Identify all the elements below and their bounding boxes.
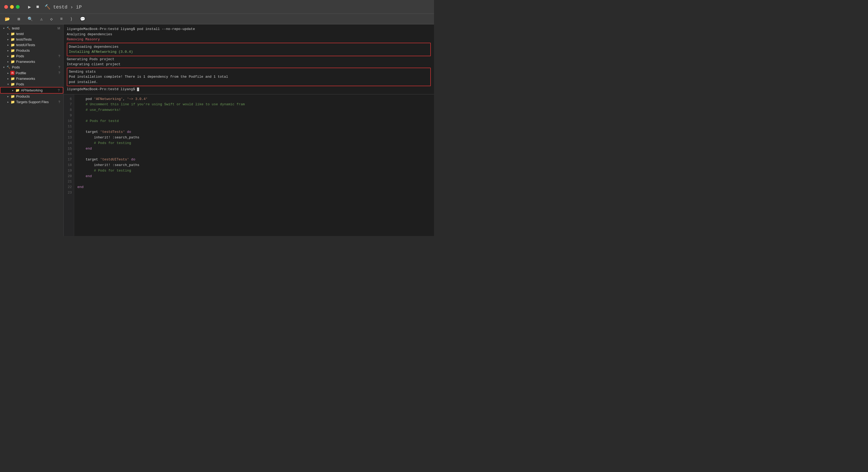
badge: M xyxy=(58,27,61,30)
line-number: 17 xyxy=(64,157,74,163)
term-line-cmd: liyangdeMacBook-Pro:testd liyang$ pod in… xyxy=(67,27,431,32)
line-number: 18 xyxy=(64,163,74,168)
chevron-icon xyxy=(6,49,9,52)
code-line: # use_frameworks! xyxy=(78,108,431,113)
titlebar: ▶ ■ 🔨 testd › iP xyxy=(0,0,434,14)
code-line: # Uncomment this line if you're using Sw… xyxy=(78,102,431,108)
sidebar-item-label: testdUITests xyxy=(16,43,35,47)
line-number: 11 xyxy=(64,124,74,129)
sidebar-item-Frameworks-1[interactable]: Frameworks xyxy=(0,59,63,64)
sidebar-item-testdTests[interactable]: testdTests xyxy=(0,37,63,42)
sidebar-item-label: Pods xyxy=(16,82,24,86)
sidebar-item-testd-folder[interactable]: testd xyxy=(0,31,63,37)
line-number: 7 xyxy=(64,102,74,108)
code-line xyxy=(78,190,431,196)
chevron-icon xyxy=(6,83,9,86)
second-toolbar: 📂 ⊞ 🔍 ⚠ ◇ ≡ ⟩ 💬 xyxy=(0,14,434,24)
sidebar-item-Frameworks-2[interactable]: Frameworks xyxy=(0,76,63,81)
hierarchy-icon[interactable]: ⊞ xyxy=(16,16,22,23)
folder-icon xyxy=(10,83,15,86)
warning-icon[interactable]: ⚠ xyxy=(39,16,44,23)
sidebar-item-label: Frameworks xyxy=(16,77,35,81)
sidebar-item-label: Products xyxy=(16,94,30,98)
cursor xyxy=(137,88,139,91)
chevron-icon xyxy=(6,55,9,58)
folder-icon xyxy=(10,54,15,58)
code-line xyxy=(78,113,431,119)
term-line-integrating: Integrating client project xyxy=(67,62,431,67)
sidebar-item-label: Pods xyxy=(16,54,24,58)
term-box-downloading: Downloading dependencies Installing AFNe… xyxy=(67,43,431,56)
line-number: 16 xyxy=(64,151,74,157)
code-editor[interactable]: 67891011121314151617181920212223 pod 'AF… xyxy=(64,94,434,236)
code-line xyxy=(78,151,431,157)
chevron-icon xyxy=(6,32,9,35)
sidebar-item-label: Targets Support Files xyxy=(16,100,49,104)
term-line-generating: Generating Pods project xyxy=(67,57,431,62)
sidebar-item-Pods-root[interactable]: Pods? xyxy=(0,53,63,59)
maximize-button[interactable] xyxy=(16,5,20,9)
tag-icon[interactable]: ⟩ xyxy=(69,16,74,23)
scheme-selector[interactable]: 🔨 testd › iP xyxy=(44,4,82,10)
sidebar-item-AFNetworking[interactable]: AFNetworking? xyxy=(0,87,63,94)
stop-button[interactable]: ■ xyxy=(36,4,39,9)
code-content[interactable]: pod 'AFNetworking', '~> 3.0.4' # Uncomme… xyxy=(74,94,434,236)
folder-icon xyxy=(10,95,15,98)
folder-icon xyxy=(10,38,15,41)
line-number: 22 xyxy=(64,184,74,190)
line-number: 8 xyxy=(64,108,74,113)
term-box-complete: Sending stats Pod installation complete!… xyxy=(67,68,431,86)
code-line: # Pods for testing xyxy=(78,141,431,146)
sidebar-item-testd-root[interactable]: testdM xyxy=(0,26,63,31)
toolbar-icons: ▶ ■ 🔨 testd › iP xyxy=(28,4,82,10)
sidebar-item-TargetSupportFiles[interactable]: Targets Support Files? xyxy=(0,99,63,105)
folder-icon xyxy=(10,100,15,104)
folder-icon xyxy=(10,32,15,36)
sidebar-item-Products-1[interactable]: Products xyxy=(0,48,63,53)
code-line: inherit! :search_paths xyxy=(78,135,431,141)
line-number: 19 xyxy=(64,168,74,174)
line-number: 13 xyxy=(64,135,74,141)
line-number: 14 xyxy=(64,141,74,146)
line-number: 20 xyxy=(64,174,74,179)
line-number: 21 xyxy=(64,179,74,184)
folder-icon xyxy=(10,77,15,81)
term-line-complete: Pod installation complete! There is 1 de… xyxy=(69,74,429,80)
code-line: inherit! :search_paths xyxy=(78,163,431,168)
chevron-icon xyxy=(2,27,5,30)
bookmark-icon[interactable]: ◇ xyxy=(49,16,54,23)
sidebar-item-label: testdTests xyxy=(16,37,32,41)
code-line: end xyxy=(78,184,431,190)
code-line: # Pods for testd xyxy=(78,119,431,124)
code-line: end xyxy=(78,146,431,152)
sidebar-item-label: testd xyxy=(16,32,24,36)
play-button[interactable]: ▶ xyxy=(28,4,31,10)
code-line: target 'testdTests' do xyxy=(78,129,431,135)
line-number: 23 xyxy=(64,190,74,196)
sidebar-item-Podfile[interactable]: rbPodfile? xyxy=(0,70,63,76)
list-icon[interactable]: ≡ xyxy=(59,16,64,23)
chevron-icon xyxy=(6,100,9,104)
close-button[interactable] xyxy=(4,5,8,9)
line-numbers: 67891011121314151617181920212223 xyxy=(64,94,74,236)
code-line: end xyxy=(78,174,431,179)
file-browser-icon[interactable]: 📂 xyxy=(3,16,12,23)
chevron-icon xyxy=(6,60,9,63)
terminal: liyangdeMacBook-Pro:testd liyang$ pod in… xyxy=(64,24,434,94)
sidebar-item-Products-2[interactable]: Products xyxy=(0,94,63,99)
main-layout: testdMtestdtestdTeststestdUITestsProduct… xyxy=(0,24,434,236)
chevron-icon xyxy=(6,95,9,98)
code-line: # Pods for testing xyxy=(78,168,431,174)
chat-icon[interactable]: 💬 xyxy=(79,16,87,23)
chevron-icon xyxy=(6,43,9,47)
folder-icon xyxy=(15,89,20,92)
minimize-button[interactable] xyxy=(10,5,14,9)
term-line-pod-installed: pod installed. xyxy=(69,80,429,85)
sidebar-item-Pods-sub[interactable]: Pods xyxy=(0,81,63,87)
badge: ? xyxy=(58,54,61,58)
line-number: 6 xyxy=(64,96,74,102)
term-line-removing: Removing Masonry xyxy=(67,37,431,42)
search-icon[interactable]: 🔍 xyxy=(26,16,34,23)
sidebar-item-testdUITests[interactable]: testdUITests xyxy=(0,42,63,48)
sidebar-item-Pods-project[interactable]: Pods? xyxy=(0,64,63,70)
